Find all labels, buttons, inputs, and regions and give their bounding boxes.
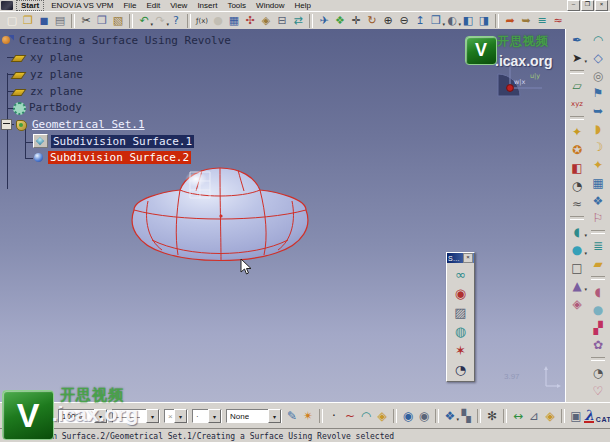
sphere-analysis-icon[interactable]: ✪ [569, 142, 585, 158]
stack-layers-icon[interactable]: ≣ [590, 238, 606, 254]
model-3d[interactable] [118, 152, 333, 272]
tree-item-label[interactable]: Geometrical Set.1 [30, 118, 147, 131]
menu-help[interactable]: Help [290, 1, 316, 10]
subdiv-clock-icon[interactable]: ◔ [451, 360, 470, 379]
quick-view-1-icon[interactable]: ◧ [461, 14, 475, 29]
tree-item-xy-plane[interactable]: xy plane [12, 50, 85, 64]
box-frame-icon[interactable]: □ [569, 260, 585, 276]
spiral-curve-icon[interactable]: ◎ [590, 68, 606, 84]
paste-icon[interactable]: ▧ [111, 14, 125, 29]
magnify-view-icon[interactable]: ◉ [401, 409, 415, 424]
cage-vertex[interactable] [219, 214, 222, 217]
minimize-button[interactable]: – [567, 0, 580, 11]
print-icon[interactable]: ▤ [53, 14, 67, 29]
curve-analysis-icon[interactable]: ≈ [569, 196, 585, 212]
shading-mode-icon[interactable]: ◐▾ [445, 14, 459, 29]
knowledge-disabled-icon[interactable]: ● [211, 14, 225, 29]
wizard-icon[interactable]: ✴ [301, 409, 315, 424]
menu-tools[interactable]: Tools [222, 1, 251, 10]
window-layout-icon[interactable]: ▚ [459, 409, 473, 424]
point-symbol-select[interactable]: ×▾ [164, 409, 188, 423]
whats-this-icon[interactable]: ? [169, 14, 183, 29]
banana-curve-icon[interactable]: ☽ [590, 139, 606, 155]
floating-toolbar-titlebar[interactable]: S… × [447, 253, 474, 263]
zoom-in-icon[interactable]: ⊕ [381, 14, 395, 29]
split-window-icon[interactable]: ⊟ [275, 14, 289, 29]
tree-item-label[interactable]: yz plane [28, 68, 85, 81]
tree-item-partbody[interactable]: PartBody [12, 100, 84, 114]
painter-icon[interactable]: ✎ [285, 409, 299, 424]
formula-icon[interactable]: ƒ(x) [195, 14, 209, 29]
flag2-surface-icon[interactable]: ⚐ [590, 210, 606, 226]
swoosh-curve-icon[interactable]: ◗ [590, 121, 606, 137]
tree-root-label[interactable]: Creating a Surface Using Revolve [17, 34, 233, 47]
rotate-icon[interactable]: ↻ [365, 14, 379, 29]
layers-icon[interactable]: ≡ [535, 14, 549, 29]
measure-between-icon[interactable]: ↔ [511, 409, 525, 424]
swap-visible-space-icon[interactable]: ➥ [519, 14, 533, 29]
grid-surface-icon[interactable]: ▦ [590, 175, 606, 191]
chevron-down-icon[interactable]: ▾ [208, 409, 221, 423]
plane-icon[interactable]: ▱ [569, 78, 585, 94]
sweep-surface-icon[interactable]: ➥ [590, 103, 606, 119]
maximize-button[interactable]: ❒ [581, 0, 594, 11]
wave-analysis-icon[interactable]: ≈ [551, 14, 565, 29]
tree-item-label[interactable]: zx plane [28, 85, 85, 98]
constraints-icon[interactable]: ✻ [485, 409, 499, 424]
tree-item-label[interactable]: PartBody [27, 101, 84, 114]
design-table-icon[interactable]: ▦ [227, 14, 241, 29]
chevron-down-icon[interactable]: ▾ [584, 282, 587, 296]
menu-view[interactable]: View [165, 1, 192, 10]
sketch-tracer-icon[interactable]: ✒ [569, 32, 585, 48]
chevron-down-icon[interactable]: ▾ [584, 54, 587, 68]
tree-item-yz-plane[interactable]: yz plane [12, 67, 85, 81]
exchange-icon[interactable]: ⇄ [291, 14, 305, 29]
quick-view-2-icon[interactable]: ◨ [477, 14, 491, 29]
chevron-down-icon[interactable]: ▾ [94, 409, 107, 423]
subdiv-sphere-box-icon[interactable]: ◍ [451, 322, 470, 341]
tree-item-geometrical-set[interactable]: Geometrical Set.1 [1, 117, 147, 131]
line-type-select[interactable]: ———▾ [112, 409, 160, 423]
product-structure-icon[interactable]: ✣ [243, 14, 257, 29]
geodesic-point-icon[interactable]: ✦ [569, 124, 585, 140]
transparency-select[interactable]: 100%▾ [58, 409, 108, 423]
line-weight-select[interactable]: ·▾ [192, 409, 222, 423]
patch-tool-icon[interactable]: ◈ [375, 409, 389, 424]
close-button[interactable]: × [595, 0, 608, 11]
subdiv-star-icon[interactable]: ✶ [451, 341, 470, 360]
magnifier-tool-icon[interactable]: ◔ [569, 178, 585, 194]
magnify-local-icon[interactable]: ◉ [417, 409, 431, 424]
normal-view-icon[interactable]: ↥ [413, 14, 427, 29]
tree-item-root[interactable]: Creating a Surface Using Revolve [2, 33, 233, 47]
fan-surface-icon[interactable]: ❖ [590, 193, 606, 209]
spline-tool-icon[interactable]: ~ [343, 409, 357, 424]
hide-show-icon[interactable]: ➦ [503, 14, 517, 29]
zoom-out-icon[interactable]: ⊖ [397, 14, 411, 29]
menu-enovia[interactable]: ENOVIA VS VPM [46, 1, 118, 10]
undo-icon[interactable]: ↶▾ [137, 14, 151, 29]
layer-select[interactable]: None▾ [226, 409, 282, 423]
points-grid-icon[interactable]: ▞ [590, 320, 606, 336]
subdivision-floating-toolbar[interactable]: S… × ∞◉▨◍✶◔ [446, 252, 475, 382]
join-ball-icon[interactable]: ● [590, 302, 606, 318]
point-tool-icon[interactable]: · [327, 409, 341, 424]
open-folder-icon[interactable]: ❐ [21, 14, 35, 29]
close-icon[interactable]: × [463, 253, 473, 263]
multi-cube-icon[interactable]: ✿ [590, 337, 606, 353]
axis-system-icon[interactable]: xyz [569, 96, 585, 112]
tree-item-label[interactable]: Subdivision Surface.1 [51, 135, 194, 148]
dome-surface-icon[interactable]: ◖▾ [569, 224, 585, 240]
red-sphere-box-icon[interactable]: ◧ [569, 160, 585, 176]
cut-icon[interactable]: ✂ [79, 14, 93, 29]
new-document-icon[interactable]: ▢ [5, 14, 19, 29]
menu-file[interactable]: File [118, 1, 141, 10]
subdiv-sphere-red-icon[interactable]: ◉ [451, 284, 470, 303]
cone-surface-icon[interactable]: ▲▾ [569, 278, 585, 294]
chevron-down-icon[interactable]: ▾ [146, 409, 159, 423]
chevron-down-icon[interactable]: ▾ [584, 228, 587, 242]
eye-section-icon[interactable]: ◔ [590, 365, 606, 381]
tree-collapse-icon[interactable] [1, 119, 12, 130]
lock-view-icon[interactable]: ◈ [543, 409, 557, 424]
arc-tool-icon[interactable]: ◠ [359, 409, 373, 424]
menu-start[interactable]: Start [16, 0, 44, 11]
